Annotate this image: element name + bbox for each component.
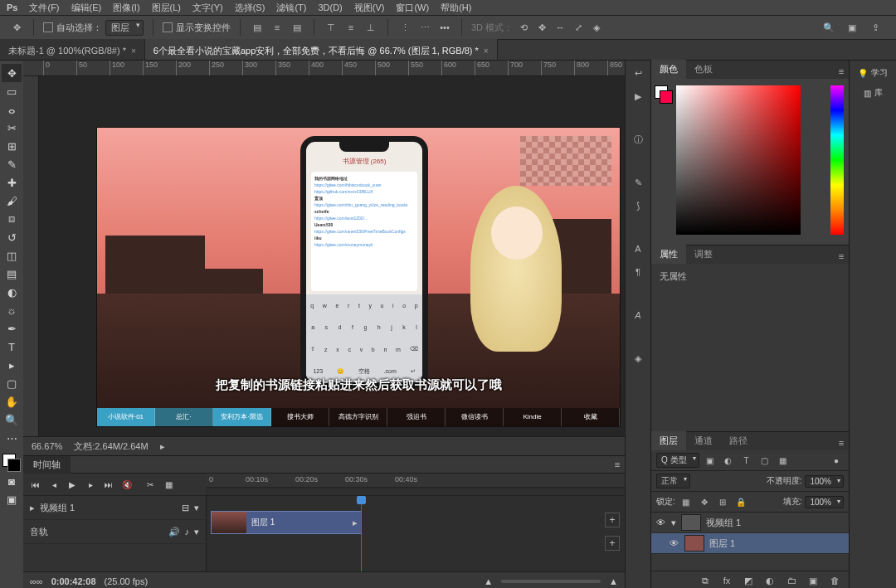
filter-image-icon[interactable]: ▣ xyxy=(703,453,718,468)
color-panel[interactable] xyxy=(651,79,849,245)
document-tab-1[interactable]: 未标题-1 @ 100%(RGB/8#) *× xyxy=(0,39,145,60)
dock-info-icon[interactable]: ⓘ xyxy=(631,132,645,147)
timeline-zoom-slider[interactable] xyxy=(501,580,601,583)
panel-menu-icon[interactable]: ≡ xyxy=(610,457,625,472)
track-strip-icon[interactable]: ⊟ xyxy=(182,503,189,513)
clip-caret-icon[interactable]: ▸ xyxy=(353,518,361,528)
dock-3d-icon[interactable]: ◈ xyxy=(631,351,645,366)
music-note-icon[interactable]: ♪ xyxy=(185,527,190,537)
shape-tool[interactable]: ▢ xyxy=(2,374,22,392)
align-bottom-icon[interactable]: ⊥ xyxy=(363,20,378,35)
align-left-icon[interactable]: ▤ xyxy=(250,20,265,35)
screen-mode-icon[interactable]: ▣ xyxy=(2,490,22,508)
filter-adjust-icon[interactable]: ◐ xyxy=(721,453,736,468)
group-caret-icon[interactable]: ▾ xyxy=(671,518,676,528)
workspace-icon[interactable]: ▣ xyxy=(845,20,859,35)
tl-last-frame-icon[interactable]: ⏭ xyxy=(103,479,114,490)
show-transform-checkbox[interactable] xyxy=(163,22,173,32)
stamp-tool[interactable]: ⧈ xyxy=(2,210,22,228)
zoom-tool[interactable]: 🔍 xyxy=(2,411,22,429)
tab-color[interactable]: 颜色 xyxy=(651,60,686,79)
align-middle-icon[interactable]: ≡ xyxy=(343,20,358,35)
menu-file[interactable]: 文件(F) xyxy=(29,2,59,14)
tl-next-frame-icon[interactable]: ▸ xyxy=(85,479,96,490)
visibility-icon[interactable]: 👁 xyxy=(670,538,679,548)
layer-row-group[interactable]: 👁 ▾ 视频组 1 xyxy=(651,513,849,533)
more-align-icon[interactable]: ••• xyxy=(437,20,452,35)
color-field[interactable] xyxy=(676,85,801,235)
status-caret-icon[interactable]: ▸ xyxy=(160,441,165,452)
layer-filter-dropdown[interactable]: Q 类型 xyxy=(656,453,699,468)
quick-mask-icon[interactable]: ◙ xyxy=(2,472,22,490)
healing-tool[interactable]: ✚ xyxy=(2,173,22,192)
dock-brushes-icon[interactable]: ✎ xyxy=(631,175,645,190)
new-adjustment-icon[interactable]: ◐ xyxy=(762,573,777,588)
pen-tool[interactable]: ✒ xyxy=(2,319,22,338)
dock-action-icon[interactable]: ▶ xyxy=(631,89,645,104)
tl-transition-icon[interactable]: ▦ xyxy=(163,479,174,490)
panel-menu-icon[interactable]: ≡ xyxy=(834,64,849,79)
dock-brushsettings-icon[interactable]: ⟆ xyxy=(631,198,645,213)
document-tab-2[interactable]: 6个最全看小说的宝藏app安利，全部免费，不看后悔 @ 66.7% (图层 1,… xyxy=(145,39,498,60)
tab-close-icon[interactable]: × xyxy=(484,46,489,56)
filter-type-icon[interactable]: T xyxy=(739,453,754,468)
distribute-v-icon[interactable]: ⋯ xyxy=(417,20,432,35)
tl-prev-frame-icon[interactable]: ◂ xyxy=(48,479,60,490)
add-audio-track-button[interactable]: + xyxy=(605,536,620,551)
new-layer-icon[interactable]: ▣ xyxy=(806,573,821,588)
menu-edit[interactable]: 编辑(E) xyxy=(71,2,102,14)
visibility-icon[interactable]: 👁 xyxy=(656,518,666,527)
layer-name[interactable]: 图层 1 xyxy=(709,537,735,550)
link-layers-icon[interactable]: ⧉ xyxy=(698,573,713,588)
tl-first-frame-icon[interactable]: ⏮ xyxy=(30,479,41,490)
menu-view[interactable]: 视图(V) xyxy=(354,2,385,14)
layer-row-1[interactable]: 👁 图层 1 xyxy=(651,533,849,554)
menu-select[interactable]: 选择(S) xyxy=(235,2,265,14)
tl-play-icon[interactable]: ▶ xyxy=(66,479,78,490)
tab-swatches[interactable]: 色板 xyxy=(686,60,721,79)
path-select-tool[interactable]: ▸ xyxy=(2,356,22,374)
menu-type[interactable]: 文字(Y) xyxy=(192,2,223,14)
filter-smart-icon[interactable]: ▦ xyxy=(776,453,791,468)
zoom-level[interactable]: 66.67% xyxy=(32,441,62,451)
menu-layer[interactable]: 图层(L) xyxy=(152,2,181,14)
timeline-ruler[interactable]: 0 00:10s 00:20s 00:30s 00:40s xyxy=(206,474,625,488)
dock-glyphs-icon[interactable]: A xyxy=(631,308,645,323)
panel-menu-icon[interactable]: ≡ xyxy=(834,249,849,264)
blur-tool[interactable]: ◐ xyxy=(2,283,22,301)
distribute-h-icon[interactable]: ⋮ xyxy=(397,20,412,35)
tl-mute-icon[interactable]: 🔇 xyxy=(121,479,133,490)
tab-channels[interactable]: 通道 xyxy=(686,431,721,450)
align-top-icon[interactable]: ⊤ xyxy=(324,20,338,35)
eyedropper-tool[interactable]: ✎ xyxy=(2,155,22,173)
layer-mask-icon[interactable]: ◩ xyxy=(741,573,756,588)
move-tool[interactable]: ✥ xyxy=(2,64,22,82)
eraser-tool[interactable]: ◫ xyxy=(2,246,22,265)
lasso-tool[interactable]: ⴰ xyxy=(2,100,22,119)
brush-tool[interactable]: 🖌 xyxy=(2,192,22,210)
tl-zoom-out-icon[interactable]: ▲ xyxy=(484,576,493,586)
track-audio[interactable]: 音轨🔊♪▾ xyxy=(23,520,206,544)
tl-split-icon[interactable]: ✂ xyxy=(144,479,156,490)
libraries-panel-button[interactable]: ▥库 xyxy=(864,87,883,99)
crop-tool[interactable]: ✂ xyxy=(2,119,22,137)
dock-history-icon[interactable]: ↩ xyxy=(631,66,645,80)
search-icon[interactable]: 🔍 xyxy=(821,20,836,35)
gradient-tool[interactable]: ▤ xyxy=(2,265,22,283)
type-tool[interactable]: T xyxy=(2,338,22,356)
dock-character-icon[interactable]: A xyxy=(631,241,645,256)
playhead[interactable] xyxy=(361,496,362,571)
tl-zoom-in-icon[interactable]: ▲ xyxy=(609,576,618,586)
dock-paragraph-icon[interactable]: ¶ xyxy=(631,265,645,279)
auto-select-checkbox[interactable] xyxy=(43,22,53,32)
align-center-h-icon[interactable]: ≡ xyxy=(270,20,285,35)
panel-menu-icon[interactable]: ≡ xyxy=(834,435,849,450)
lock-position-icon[interactable]: ✥ xyxy=(697,494,712,509)
lock-artboard-icon[interactable]: ⊞ xyxy=(715,494,730,509)
timeline-clip[interactable]: 图层 1 ▸ xyxy=(211,511,362,534)
menu-window[interactable]: 窗口(W) xyxy=(396,2,429,14)
marquee-tool[interactable]: ▭ xyxy=(2,82,22,100)
history-brush-tool[interactable]: ↺ xyxy=(2,228,22,246)
add-video-track-button[interactable]: + xyxy=(605,513,620,527)
timeline-track-area[interactable]: 图层 1 ▸ + + xyxy=(207,496,625,571)
